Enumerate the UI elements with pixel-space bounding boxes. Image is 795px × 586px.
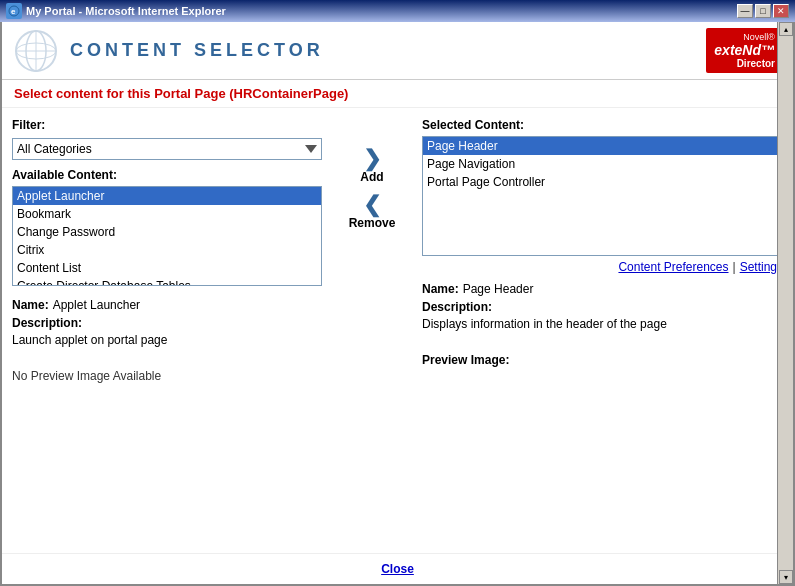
- novell-brand: Novell® exteNd™ Director: [706, 28, 783, 73]
- left-name-label: Name:: [12, 298, 49, 312]
- extend-text: exteNd™: [714, 42, 775, 58]
- add-button[interactable]: ❯ Add: [360, 148, 383, 184]
- selected-content-label: Selected Content:: [422, 118, 783, 132]
- main-scrollbar[interactable]: ▴ ▾: [777, 22, 793, 584]
- page-title: Select content for this Portal Page (HRC…: [2, 80, 793, 108]
- link-separator: |: [733, 260, 736, 274]
- close-window-button[interactable]: ✕: [773, 4, 789, 18]
- director-text: Director: [714, 58, 775, 69]
- left-desc-value: Launch applet on portal page: [12, 332, 322, 349]
- title-bar: e My Portal - Microsoft Internet Explore…: [0, 0, 795, 22]
- right-panel: Selected Content: Page Header Page Navig…: [422, 118, 783, 543]
- novell-text: Novell®: [714, 32, 775, 42]
- window-controls: — □ ✕: [737, 4, 789, 18]
- filter-label: Filter:: [12, 118, 322, 132]
- header-logo: CONTENT SELECTOR: [12, 30, 324, 72]
- header-area: CONTENT SELECTOR Novell® exteNd™ Directo…: [2, 22, 793, 80]
- left-name-value: Applet Launcher: [53, 298, 140, 312]
- content-area: Filter: All Categories Available Content…: [2, 108, 793, 553]
- selected-content-list[interactable]: Page Header Page Navigation Portal Page …: [422, 136, 783, 256]
- right-name-label: Name:: [422, 282, 459, 296]
- right-desc-value: Displays information in the header of th…: [422, 316, 783, 333]
- left-info: Name: Applet Launcher Description: Launc…: [12, 298, 322, 383]
- remove-button[interactable]: ❮ Remove: [349, 194, 396, 230]
- list-item[interactable]: Applet Launcher: [13, 187, 321, 205]
- header-title: CONTENT SELECTOR: [70, 40, 324, 61]
- list-item[interactable]: Content List: [13, 259, 321, 277]
- list-item[interactable]: Create Director Database Tables: [13, 277, 321, 286]
- list-item[interactable]: Change Password: [13, 223, 321, 241]
- filter-select[interactable]: All Categories: [12, 138, 322, 160]
- window-title: My Portal - Microsoft Internet Explorer: [26, 5, 226, 17]
- list-item[interactable]: Bookmark: [13, 205, 321, 223]
- main-window: CONTENT SELECTOR Novell® exteNd™ Directo…: [0, 22, 795, 586]
- add-label: Add: [360, 170, 383, 184]
- content-preferences-link[interactable]: Content Preferences: [618, 260, 728, 274]
- available-content-list[interactable]: Applet Launcher Bookmark Change Password…: [12, 186, 322, 286]
- bottom-area: Close: [2, 553, 793, 584]
- list-item[interactable]: Citrix: [13, 241, 321, 259]
- left-panel: Filter: All Categories Available Content…: [12, 118, 322, 543]
- maximize-button[interactable]: □: [755, 4, 771, 18]
- remove-label: Remove: [349, 216, 396, 230]
- add-arrow-icon: ❯: [363, 148, 381, 170]
- left-no-preview: No Preview Image Available: [12, 369, 322, 383]
- available-list-wrapper: Applet Launcher Bookmark Change Password…: [12, 186, 322, 286]
- right-info: Name: Page Header Description: Displays …: [422, 282, 783, 367]
- app-icon: e: [6, 3, 22, 19]
- right-name-value: Page Header: [463, 282, 534, 296]
- list-item[interactable]: Portal Page Controller: [423, 173, 782, 191]
- scroll-up-arrow[interactable]: ▴: [779, 22, 793, 36]
- middle-buttons: ❯ Add ❮ Remove: [332, 118, 412, 543]
- remove-arrow-icon: ❮: [363, 194, 381, 216]
- available-content-label: Available Content:: [12, 168, 322, 182]
- content-links: Content Preferences | Settings: [422, 260, 783, 274]
- left-desc-label: Description:: [12, 316, 322, 330]
- right-desc-label: Description:: [422, 300, 783, 314]
- right-preview-label: Preview Image:: [422, 353, 783, 367]
- minimize-button[interactable]: —: [737, 4, 753, 18]
- close-button[interactable]: Close: [381, 562, 414, 576]
- globe-icon: [12, 30, 60, 72]
- scroll-down-arrow[interactable]: ▾: [779, 570, 793, 584]
- svg-text:e: e: [11, 7, 16, 16]
- list-item[interactable]: Page Header: [423, 137, 782, 155]
- list-item[interactable]: Page Navigation: [423, 155, 782, 173]
